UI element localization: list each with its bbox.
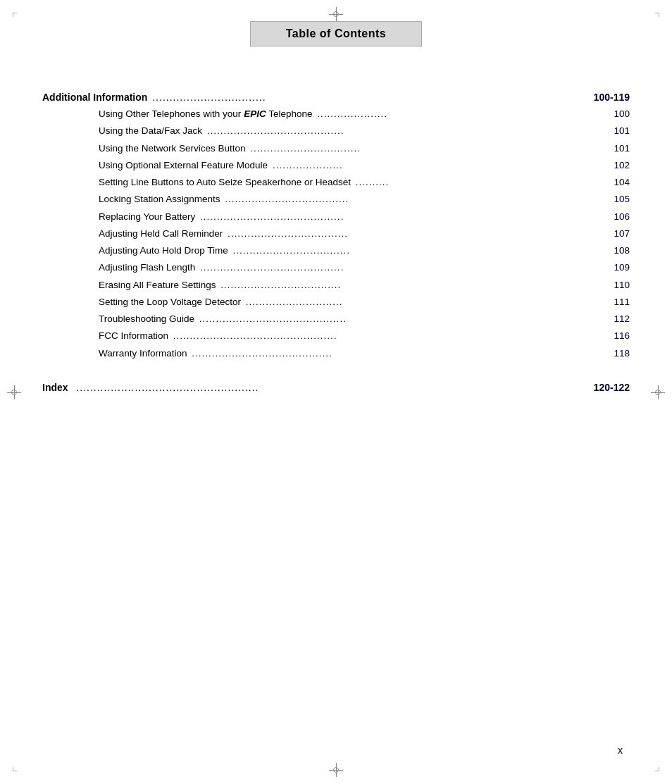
toc-sub-page-0: 100 [614, 107, 630, 121]
toc-sub-page-8: 108 [614, 244, 630, 258]
toc-sub-dots-1: ........................................… [204, 124, 612, 138]
toc-sub-label-5: Locking Station Assignments [99, 192, 220, 206]
toc-sub-page-9: 109 [614, 261, 630, 275]
toc-sub-label-9: Adjusting Flash Length [99, 261, 195, 275]
toc-sub-page-10: 110 [614, 278, 630, 292]
toc-sub-dots-2: ................................. [247, 142, 613, 156]
corner-mark-br [655, 767, 659, 771]
toc-main-entry-additional: Additional Information .................… [42, 92, 630, 103]
toc-sub-entry-5: Locking Station Assignments ............… [99, 192, 630, 206]
toc-sub-entry-4: Setting Line Buttons to Auto Seize Speak… [99, 175, 630, 189]
toc-sub-entry-2: Using the Network Services Button ......… [99, 142, 630, 156]
toc-sub-dots-14: ........................................… [189, 347, 613, 361]
toc-sub-dots-0: ..................... [313, 107, 612, 121]
toc-sub-entry-0: Using Other Telephones with your EPIC Te… [99, 107, 630, 121]
toc-sub-entry-12: Troubleshooting Guide ..................… [99, 312, 630, 326]
toc-sub-dots-13: ........................................… [170, 329, 612, 343]
toc-sub-dots-5: ..................................... [222, 192, 613, 206]
toc-sub-label-7: Adjusting Held Call Reminder [99, 227, 223, 241]
reg-mark-left [7, 385, 21, 399]
toc-sub-label-8: Adjusting Auto Hold Drop Time [99, 244, 228, 258]
title-box: Table of Contents [250, 21, 422, 46]
toc-sub-entry-1: Using the Data/Fax Jack ................… [99, 124, 630, 138]
toc-sub-page-7: 107 [614, 227, 630, 241]
toc-sub-page-1: 101 [614, 124, 630, 138]
toc-section-additional: Additional Information .................… [42, 92, 630, 361]
toc-sub-page-5: 105 [614, 192, 630, 206]
toc-main-page-additional: 100-119 [594, 92, 630, 103]
toc-main-label-index: Index [42, 382, 68, 393]
toc-main-dots-index: ........................................… [70, 382, 592, 393]
toc-sub-label-4: Setting Line Buttons to Auto Seize Speak… [99, 175, 351, 189]
corner-mark-bl [13, 767, 17, 771]
toc-sub-dots-12: ........................................… [196, 312, 612, 326]
toc-sub-label-14: Warranty Information [99, 347, 187, 361]
toc-sub-entry-10: Erasing All Feature Settings ...........… [99, 278, 630, 292]
toc-sub-entry-14: Warranty Information ...................… [99, 347, 630, 361]
toc-sub-page-6: 106 [614, 210, 630, 224]
page-title: Table of Contents [286, 27, 386, 39]
reg-mark-top [329, 7, 343, 21]
toc-sub-entry-6: Replacing Your Battery .................… [99, 210, 630, 224]
toc-sub-dots-10: .................................... [218, 278, 613, 292]
toc-sub-label-12: Troubleshooting Guide [99, 312, 194, 326]
toc-main-entry-index: Index ..................................… [42, 382, 630, 393]
reg-mark-bottom [329, 763, 343, 777]
toc-sub-entries-additional: Using Other Telephones with your EPIC Te… [99, 107, 630, 361]
toc-sub-dots-9: ........................................… [197, 261, 612, 275]
toc-sub-entry-8: Adjusting Auto Hold Drop Time ..........… [99, 244, 630, 258]
toc-sub-label-3: Using Optional External Feature Module [99, 158, 268, 173]
toc-sub-page-12: 112 [614, 312, 630, 326]
toc-sub-label-13: FCC Information [99, 329, 168, 343]
toc-sub-entry-11: Setting the Loop Voltage Detector ......… [99, 295, 630, 309]
toc-sub-page-4: 104 [614, 175, 630, 189]
toc-sub-label-10: Erasing All Feature Settings [99, 278, 216, 292]
toc-sub-label-1: Using the Data/Fax Jack [99, 124, 202, 138]
page-number: x [618, 745, 623, 756]
toc-sub-page-14: 118 [614, 347, 630, 361]
toc-main-dots-additional: ................................. [149, 92, 592, 103]
toc-sub-dots-6: ........................................… [197, 210, 612, 224]
reg-mark-right [651, 385, 665, 399]
toc-main-page-index: 120-122 [594, 382, 630, 393]
toc-sub-label-2: Using the Network Services Button [99, 142, 246, 156]
toc-sub-page-2: 101 [614, 142, 630, 156]
toc-sub-dots-7: .................................... [224, 227, 612, 241]
toc-sub-entry-9: Adjusting Flash Length .................… [99, 261, 630, 275]
toc-sub-dots-11: ............................. [242, 295, 613, 309]
toc-sub-page-11: 111 [614, 295, 630, 309]
toc-sub-page-3: 102 [614, 158, 630, 173]
toc-section-index: Index ..................................… [42, 382, 630, 393]
corner-mark-tr [655, 13, 659, 17]
toc-sub-entry-3: Using Optional External Feature Module .… [99, 158, 630, 173]
toc-sub-label-0: Using Other Telephones with your EPIC Te… [99, 107, 312, 121]
epic-bold: EPIC [244, 108, 266, 119]
toc-sub-label-11: Setting the Loop Voltage Detector [99, 295, 241, 309]
toc-sub-dots-4: .......... [352, 175, 612, 189]
toc-sub-dots-8: ................................... [230, 244, 613, 258]
toc-content: Additional Information .................… [42, 92, 630, 414]
corner-mark-tl [13, 13, 17, 17]
toc-sub-dots-3: ..................... [269, 158, 612, 173]
toc-main-label-additional: Additional Information [42, 92, 147, 103]
toc-sub-label-6: Replacing Your Battery [99, 210, 195, 224]
page-header: Table of Contents [0, 21, 672, 46]
toc-sub-entry-13: FCC Information ........................… [99, 329, 630, 343]
toc-sub-page-13: 116 [614, 329, 630, 343]
toc-sub-entry-7: Adjusting Held Call Reminder ...........… [99, 227, 630, 241]
